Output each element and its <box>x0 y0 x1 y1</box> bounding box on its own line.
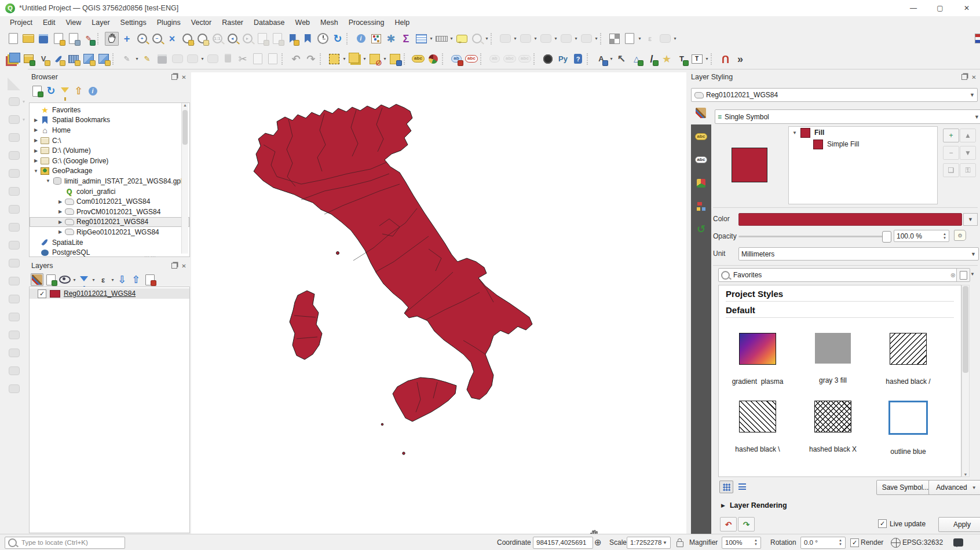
current-edits-dropdown[interactable]: ▾ <box>134 56 140 61</box>
layer-rendering-expander[interactable]: ▶ Layer Rendering <box>721 501 787 509</box>
zoom-to-selection-icon[interactable] <box>180 32 194 46</box>
new-virtual-layer-icon[interactable] <box>67 52 81 66</box>
open-attribute-table-icon[interactable] <box>414 32 428 46</box>
apply-button[interactable]: Apply <box>938 517 980 532</box>
create-line-annotation-icon[interactable]: / <box>645 52 659 66</box>
symbology-tab-icon[interactable] <box>694 106 708 120</box>
live-update-control[interactable]: ✓ Live update <box>878 519 926 528</box>
browser-close-button[interactable]: ✕ <box>180 74 188 81</box>
refresh-map-icon[interactable]: ↻ <box>331 32 345 46</box>
add-selected-layers-icon[interactable] <box>31 85 43 97</box>
manage-map-themes-dropdown[interactable]: ▾ <box>72 277 77 283</box>
show-layout-manager-icon[interactable] <box>67 32 81 46</box>
icon-view-toggle[interactable] <box>719 481 733 493</box>
properties-widget-icon[interactable]: i <box>86 85 99 97</box>
diagrams-tab-icon[interactable] <box>694 199 709 214</box>
browser-item-d-volume[interactable]: ▶D:\ (Volume) <box>30 145 189 156</box>
style-gray-3-fill[interactable]: gray 3 fill <box>795 318 871 386</box>
browser-item-geopackage[interactable]: ▼GeoPackage <box>30 166 189 177</box>
menu-mesh[interactable]: Mesh <box>315 17 343 28</box>
opacity-spinbox[interactable]: 100.0 % ▲▼ <box>894 230 949 242</box>
browser-item-g-google-drive[interactable]: ▶G:\ (Google Drive) <box>30 156 189 166</box>
menu-processing[interactable]: Processing <box>343 17 390 28</box>
field-calculator-icon[interactable] <box>369 32 383 46</box>
scroll-thumb[interactable] <box>182 110 188 145</box>
browser-item-spatial-bookmarks[interactable]: ▶Spatial Bookmarks <box>30 115 189 126</box>
menu-project[interactable]: Project <box>5 17 38 28</box>
scroll-up-icon[interactable]: ▲ <box>182 103 188 109</box>
browser-float-button[interactable] <box>170 74 178 81</box>
opacity-slider[interactable] <box>738 236 884 237</box>
crs-globe-icon[interactable] <box>891 534 901 550</box>
open-attribute-table-dropdown[interactable]: ▾ <box>429 36 434 41</box>
geometry-checker-dropdown[interactable]: ▾ <box>672 36 678 41</box>
locator-input[interactable] <box>20 538 122 547</box>
filter-by-expression-icon[interactable]: ε <box>97 273 109 286</box>
coordinate-value[interactable]: 984157,4025691 <box>533 537 593 549</box>
new-spatial-bookmark-icon[interactable] <box>286 32 299 46</box>
browser-item-reg01012021-wgs84[interactable]: ▶Reg01012021_WGS84 <box>30 217 189 228</box>
minimize-button[interactable]: — <box>900 0 927 16</box>
unit-combo[interactable]: Millimeters ▼ <box>738 247 979 261</box>
menu-edit[interactable]: Edit <box>38 17 61 28</box>
live-update-checkbox[interactable]: ✓ <box>878 519 887 528</box>
zoom-full-icon[interactable]: × <box>165 32 179 46</box>
map-swipe-tool-icon[interactable] <box>623 32 637 46</box>
select-features-dropdown[interactable]: ▾ <box>342 56 347 61</box>
processing-toolbox-icon[interactable]: ✱ <box>384 32 398 46</box>
expander-expanded-icon[interactable]: ▼ <box>44 178 52 184</box>
map-tips-icon[interactable] <box>455 32 469 46</box>
symbol-tree-row-fill[interactable]: ▼ Fill <box>789 127 937 138</box>
style-options-dropdown[interactable]: ▼ <box>970 272 975 277</box>
styling-layer-combo[interactable]: Reg01012021_WGS84 ▼ <box>691 88 978 102</box>
dock-splitter[interactable]: ⋯⋯ <box>133 255 168 258</box>
new-temporary-scratch-layer-icon[interactable] <box>97 52 111 66</box>
manage-map-themes-icon[interactable] <box>58 273 71 286</box>
help-contents-icon[interactable]: ? <box>571 52 585 66</box>
filter-by-expression-dropdown[interactable]: ▾ <box>110 277 115 283</box>
styles-scrollbar[interactable]: ▼ <box>961 285 970 477</box>
expander-collapsed-icon[interactable]: ▶ <box>32 138 40 143</box>
show-spatial-bookmarks-icon[interactable] <box>301 32 315 46</box>
locator-search[interactable] <box>5 534 125 550</box>
zoom-last-icon[interactable]: ◂ <box>225 32 239 46</box>
labels-tab-icon[interactable]: abc <box>694 129 709 144</box>
pan-to-selection-icon[interactable]: + <box>120 32 134 46</box>
open-data-source-manager-icon[interactable] <box>6 52 20 66</box>
collapse-all-layers-icon[interactable]: ⇧ <box>130 273 142 286</box>
expander-collapsed-icon[interactable]: ▶ <box>56 219 64 225</box>
render-checkbox[interactable]: ✓ <box>850 538 859 547</box>
create-polygon-annotation-icon[interactable]: △ <box>630 52 643 66</box>
browser-item-home[interactable]: ▶Home <box>30 125 189 135</box>
browser-item-com01012021-wgs84[interactable]: ▶Com01012021_WGS84 <box>30 196 189 207</box>
menu-vector[interactable]: Vector <box>186 17 217 28</box>
layer-row[interactable]: ✓ Reg01012021_WGS84 <box>30 288 189 299</box>
select-by-location-icon[interactable] <box>388 52 402 66</box>
save-symbol-button[interactable]: Save Symbol... <box>876 480 934 495</box>
browser-item-ripgeo01012021-wgs84[interactable]: ▶RipGeo01012021_WGS84 <box>30 227 189 237</box>
style-search-box[interactable]: Favorites ⊗ <box>718 268 959 282</box>
scroll-down-icon[interactable]: ▼ <box>962 472 969 476</box>
history-tab-icon[interactable]: ↺ <box>694 222 709 237</box>
shape-digitizing-circular-string-dropdown[interactable]: ▾ <box>513 36 518 41</box>
expand-all-icon[interactable]: ⇩ <box>116 273 129 286</box>
scale-combo[interactable]: 1:7252278 ▼ <box>627 537 671 549</box>
symbol-type-combo[interactable]: ≡ Single Symbol ▼ <box>715 109 980 124</box>
crs-value[interactable]: EPSG:32632 <box>902 534 943 550</box>
messages-icon[interactable] <box>953 534 963 550</box>
menu-raster[interactable]: Raster <box>217 17 248 28</box>
coordinate-extent-icon[interactable]: ⊕ <box>594 534 602 550</box>
shape-digitizing-rectangle-dropdown[interactable]: ▾ <box>573 36 579 41</box>
new-mesh-layer-icon[interactable] <box>82 52 96 66</box>
expander-collapsed-icon[interactable]: ▶ <box>32 158 40 163</box>
list-view-toggle[interactable] <box>735 481 749 493</box>
browser-item-spatialite[interactable]: SpatiaLite <box>30 237 189 248</box>
filter-legend-icon[interactable] <box>78 273 90 286</box>
layer-name[interactable]: Reg01012021_WGS84 <box>64 289 136 298</box>
expander-collapsed-icon[interactable]: ▶ <box>32 127 40 133</box>
style-hashed-black-x[interactable]: hashed black X <box>795 386 871 456</box>
maximize-button[interactable]: ▢ <box>927 0 953 16</box>
opacity-slider-handle[interactable] <box>882 231 891 243</box>
map-swipe-tool-dropdown[interactable]: ▾ <box>637 36 642 41</box>
remove-layer-icon[interactable] <box>144 273 156 286</box>
